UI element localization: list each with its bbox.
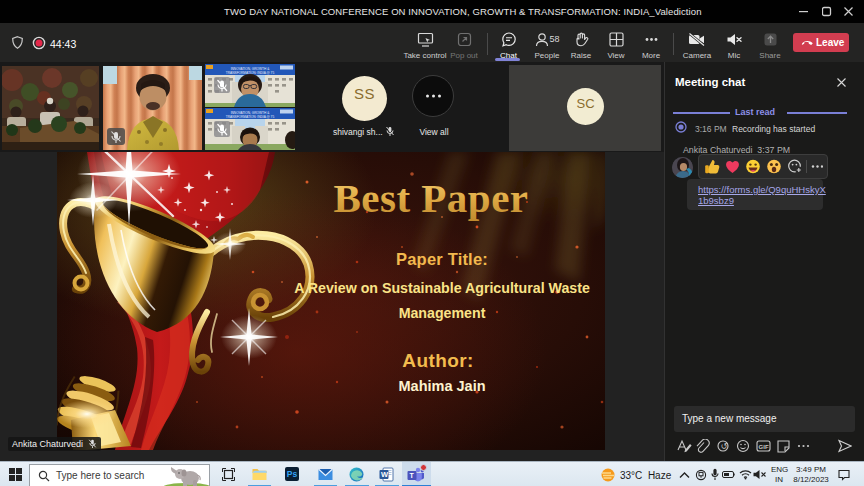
svg-text:Paper Title:: Paper Title: bbox=[396, 250, 488, 268]
svg-text:58: 58 bbox=[550, 34, 560, 44]
svg-text:Management: Management bbox=[399, 305, 486, 321]
svg-text:TRANSFORMATION: INDIA @ 75: TRANSFORMATION: INDIA @ 75 bbox=[226, 115, 275, 119]
svg-text:W: W bbox=[381, 470, 389, 479]
svg-text:GIF: GIF bbox=[759, 444, 769, 450]
svg-text:Best Paper: Best Paper bbox=[333, 175, 528, 221]
svg-text:Author:: Author: bbox=[402, 350, 473, 371]
svg-text:Mahima Jain: Mahima Jain bbox=[398, 378, 485, 394]
svg-text:A Review on Sustainable Agricu: A Review on Sustainable Agricultural Was… bbox=[294, 280, 590, 296]
svg-text:T: T bbox=[410, 472, 415, 479]
svg-text:↺: ↺ bbox=[721, 442, 728, 451]
